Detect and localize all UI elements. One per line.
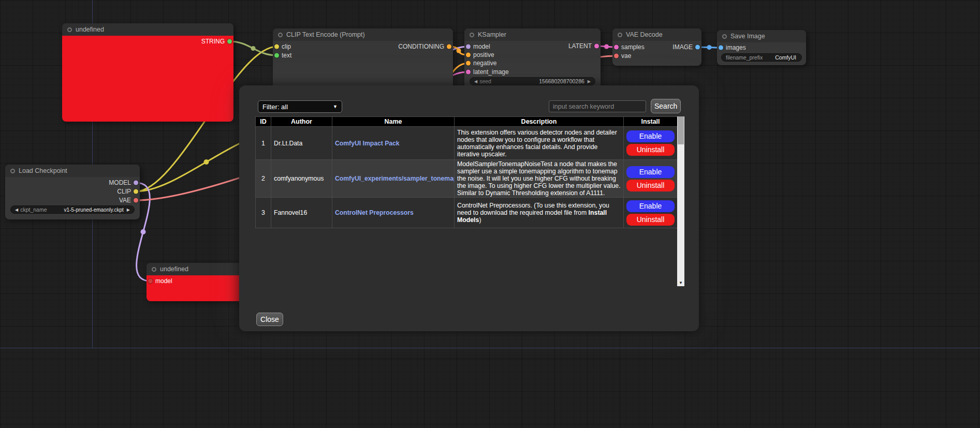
- positive-input-port[interactable]: [466, 53, 471, 57]
- node-title-bar[interactable]: KSampler: [464, 28, 601, 41]
- uninstall-button[interactable]: Uninstall: [626, 214, 675, 226]
- collapse-dot-icon[interactable]: [722, 34, 727, 39]
- collapse-dot-icon[interactable]: [470, 33, 474, 37]
- slot-label: IMAGE: [672, 43, 693, 51]
- string-output-port[interactable]: [227, 39, 232, 44]
- extension-link[interactable]: ComfyUI Impact Pack: [335, 140, 400, 147]
- clip-output-port[interactable]: [134, 189, 138, 194]
- node-title: Save Image: [730, 33, 765, 40]
- model-input-port[interactable]: [148, 279, 153, 284]
- latent-image-input-port[interactable]: [466, 70, 471, 75]
- uninstall-button[interactable]: Uninstall: [626, 144, 675, 156]
- comfyui-canvas[interactable]: undefined STRING CLIP Text Encode (Promp…: [0, 0, 980, 428]
- seed-widget[interactable]: ◀ seed 156680208700286 ▶: [470, 77, 595, 85]
- slot-label: text: [282, 52, 291, 59]
- model-input-port[interactable]: [466, 45, 471, 49]
- negative-input-port[interactable]: [466, 61, 471, 66]
- node-title-bar[interactable]: undefined: [62, 23, 233, 36]
- widget-label: filename_prefix: [726, 54, 763, 61]
- enable-button[interactable]: Enable: [626, 130, 675, 142]
- output-slot-latent: LATENT: [568, 42, 601, 50]
- decrement-arrow-icon[interactable]: ◀: [472, 79, 479, 84]
- slot-label: positive: [473, 51, 494, 58]
- slot-label: clip: [282, 43, 291, 50]
- filename-prefix-widget[interactable]: filename_prefix ComfyUI: [721, 53, 802, 62]
- input-slot-negative: negative: [464, 60, 496, 67]
- cell-id: 1: [256, 127, 271, 160]
- widget-label: seed: [479, 78, 491, 84]
- filter-select[interactable]: Filter: all: [258, 100, 342, 113]
- cell-author: Dr.Lt.Data: [271, 127, 332, 160]
- samples-input-port[interactable]: [614, 45, 619, 50]
- cell-description: ModelSamplerTonemapNoiseTest a node that…: [455, 160, 624, 198]
- widget-label: ckpt_name: [20, 206, 47, 213]
- node-save-image[interactable]: Save Image images filename_prefix ComfyU…: [717, 30, 806, 65]
- output-slot-image: IMAGE: [672, 43, 701, 51]
- model-output-port[interactable]: [134, 181, 138, 185]
- output-slot-clip: CLIP: [117, 188, 140, 195]
- cell-author: Fannovel16: [271, 198, 332, 228]
- widget-value: 156680208700286: [539, 78, 586, 84]
- node-title-bar[interactable]: Save Image: [717, 30, 806, 42]
- conditioning-output-port[interactable]: [447, 45, 451, 49]
- table-row: 1 Dr.Lt.Data ComfyUI Impact Pack This ex…: [256, 127, 678, 160]
- extension-manager-dialog: Filter: all ▼ Search ID Author Name Desc…: [239, 85, 699, 331]
- text-input-port[interactable]: [274, 53, 279, 58]
- table-scrollbar[interactable]: ▼: [677, 116, 684, 286]
- col-header-install: Install: [624, 117, 678, 127]
- node-error-body: [62, 36, 233, 122]
- extension-table: ID Author Name Description Install 1 Dr.…: [255, 116, 677, 228]
- clip-input-port[interactable]: [274, 45, 279, 49]
- collapse-dot-icon[interactable]: [10, 169, 15, 173]
- input-slot-images: images: [717, 44, 746, 51]
- collapse-dot-icon[interactable]: [67, 27, 72, 32]
- slot-label: latent_image: [473, 68, 509, 76]
- extension-link[interactable]: ComfyUI_experiments/sampler_tonemap: [335, 175, 455, 182]
- slot-label: images: [726, 44, 746, 51]
- latent-output-port[interactable]: [594, 44, 599, 49]
- output-slot-vae: VAE: [119, 197, 140, 204]
- scrollbar-down-arrow-icon[interactable]: ▼: [677, 279, 684, 286]
- slot-label: samples: [621, 43, 645, 51]
- node-title: undefined: [160, 265, 188, 273]
- vae-output-port[interactable]: [134, 198, 138, 203]
- slot-label: model: [473, 43, 490, 50]
- node-title: Load Checkpoint: [19, 167, 67, 174]
- slot-label: vae: [621, 52, 631, 60]
- node-undefined-string[interactable]: undefined STRING: [62, 23, 233, 122]
- vae-input-port[interactable]: [614, 54, 619, 58]
- input-slot-model: model: [147, 277, 172, 285]
- enable-button[interactable]: Enable: [626, 200, 675, 212]
- ckpt-name-widget[interactable]: ◀ ckpt_name v1-5-pruned-emaonly.ckpt ▶: [10, 205, 135, 214]
- node-title: VAE Decode: [626, 31, 663, 38]
- input-slot-model: model: [464, 43, 490, 50]
- input-slot-text: text: [273, 52, 291, 59]
- search-button[interactable]: Search: [651, 99, 681, 113]
- node-title: undefined: [76, 26, 104, 33]
- cell-description: ControlNet Preprocessors. (To use this e…: [455, 198, 624, 228]
- slot-label: LATENT: [568, 42, 592, 50]
- widget-value: v1-5-pruned-emaonly.ckpt: [64, 207, 124, 213]
- increment-arrow-icon[interactable]: ▶: [586, 79, 593, 84]
- scrollbar-thumb[interactable]: [678, 116, 684, 144]
- close-button[interactable]: Close: [256, 313, 283, 326]
- node-vae-decode[interactable]: VAE Decode samples vae IMAGE: [612, 28, 701, 66]
- uninstall-button[interactable]: Uninstall: [626, 180, 675, 191]
- images-input-port[interactable]: [719, 46, 723, 50]
- node-title-bar[interactable]: Load Checkpoint: [5, 165, 140, 177]
- collapse-dot-icon[interactable]: [278, 33, 283, 37]
- search-input[interactable]: [549, 100, 646, 112]
- node-title-bar[interactable]: VAE Decode: [612, 28, 701, 41]
- decrement-arrow-icon[interactable]: ◀: [13, 208, 20, 212]
- cell-id: 3: [256, 198, 271, 228]
- node-load-checkpoint[interactable]: Load Checkpoint MODEL CLIP VAE ◀ ckpt_na…: [5, 165, 140, 219]
- collapse-dot-icon[interactable]: [152, 267, 156, 272]
- enable-button[interactable]: Enable: [626, 166, 675, 178]
- node-title-bar[interactable]: CLIP Text Encode (Prompt): [273, 28, 453, 41]
- increment-arrow-icon[interactable]: ▶: [125, 208, 132, 212]
- node-title: KSampler: [478, 31, 506, 38]
- col-header-id: ID: [256, 117, 271, 127]
- image-output-port[interactable]: [695, 45, 700, 50]
- extension-link[interactable]: ControlNet Preprocessors: [335, 209, 414, 216]
- collapse-dot-icon[interactable]: [618, 33, 622, 37]
